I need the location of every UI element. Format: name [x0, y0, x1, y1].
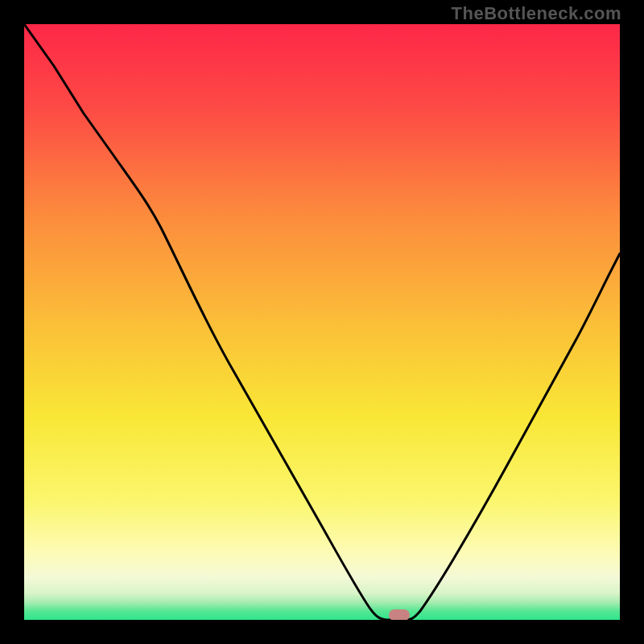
bottleneck-curve: [24, 24, 620, 620]
optimal-point-marker: [389, 609, 410, 620]
branding-watermark: TheBottleneck.com: [452, 3, 621, 24]
chart-frame: TheBottleneck.com: [0, 0, 644, 644]
plot-area: [24, 24, 620, 620]
